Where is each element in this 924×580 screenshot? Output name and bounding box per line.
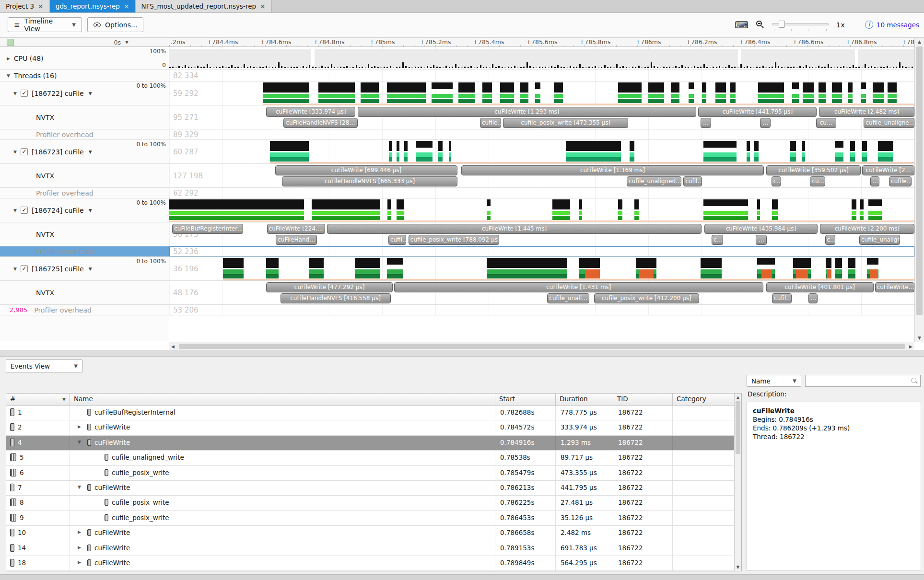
scroll-left-icon[interactable]: ◀ [171, 344, 175, 349]
thread-menu-icon[interactable]: ▼ [89, 91, 92, 96]
nvtx-range-span[interactable]: … [870, 176, 879, 186]
nvtx-range-span[interactable]: cuFileHandleNVFS [416.558 µs] [281, 293, 391, 303]
row-track[interactable]: 59 292 [169, 81, 914, 105]
nvtx-range-span[interactable]: … [701, 118, 711, 128]
row-track[interactable]: 62 292 [169, 188, 914, 198]
timeline-horizontal-scrollbar[interactable]: ◀ ▶ [169, 342, 914, 350]
keyboard-shortcuts-icon[interactable]: ⌨ [735, 19, 749, 31]
expand-icon[interactable]: ▶ [78, 424, 81, 429]
nvtx-range-span[interactable]: cufil… [683, 176, 702, 186]
table-row[interactable]: 18▶cuFileWrite0.789849s564.295 µs186722 [6, 556, 741, 571]
row-label-cell[interactable]: ▼✓[186725] cuFile▼ [0, 257, 129, 280]
table-row[interactable]: 8cufile_posix_write0.786225s27.481 µs186… [6, 496, 741, 510]
nvtx-range-span[interactable]: cuFileWrite [441.795 µs] [698, 107, 817, 117]
events-vscroll-thumb[interactable] [736, 401, 740, 454]
nvtx-range-span[interactable]: cufile_unaligned… [627, 176, 681, 186]
expand-icon[interactable]: ▶ [78, 560, 81, 565]
scroll-down-icon[interactable]: ▼ [735, 565, 741, 569]
row-label-cell[interactable]: NVTX [0, 222, 129, 246]
tab-3[interactable]: NFS_most_updated_report.nsys-rep× [136, 0, 272, 12]
nvtx-range-span[interactable]: cufile… [480, 118, 501, 128]
tab-1[interactable]: Project 3× [0, 0, 50, 12]
row-track[interactable]: 89 329 [169, 129, 914, 139]
nvtx-range-span[interactable]: cuFileWrite [1.431 ms] [394, 282, 763, 292]
row-track[interactable]: 48 176cuFileWrite [477.292 µs]cuFileWrit… [169, 281, 914, 304]
nvtx-range-span[interactable]: … [808, 293, 818, 303]
thread-checkbox[interactable]: ✓ [21, 265, 28, 272]
sort-icon[interactable]: ▼ [62, 397, 66, 402]
row-label-cell[interactable]: Profiler overhead [0, 246, 129, 256]
table-row[interactable]: 10▶cuFileWrite0.786658s2.482 ms186722 [6, 526, 741, 541]
row-track[interactable]: 53 206 [169, 305, 914, 315]
close-icon[interactable]: × [260, 3, 266, 10]
nvtx-range-span[interactable]: cuFileWrite [477.292 µs] [266, 282, 393, 292]
nvtx-range-span[interactable]: cufile_unaligne… [859, 235, 900, 245]
expand-icon[interactable]: ▶ [7, 56, 10, 61]
nvtx-range-span[interactable]: cuFileHandleNVFS [665.333 µs] [282, 176, 458, 186]
events-view-dropdown[interactable]: Events View ▼ [6, 360, 82, 372]
collapse-icon[interactable]: ▼ [78, 485, 81, 489]
nvtx-range-span[interactable]: c… [712, 235, 723, 245]
filter-field-dropdown[interactable]: Name ▼ [747, 375, 801, 387]
row-label-cell[interactable]: 2,985Profiler overhead [0, 305, 129, 315]
scroll-down-icon[interactable]: ▼ [915, 336, 924, 340]
row-label-cell[interactable]: ▼✓[186723] cuFile▼ [0, 140, 129, 163]
nvtx-range-span[interactable]: cuFileWrite [2… [862, 165, 914, 175]
table-row[interactable]: 7▼cuFileWrite0.786213s441.795 µs186722 [6, 481, 741, 496]
nvtx-range-span[interactable]: c… [772, 176, 781, 186]
row-label-cell[interactable]: ▼✓[186724] cuFile▼ [0, 198, 129, 222]
nvtx-range-span[interactable]: … [756, 235, 767, 245]
nvtx-range-span[interactable]: c… [825, 235, 836, 245]
expand-icon[interactable]: ▶ [78, 530, 81, 534]
zoom-out-icon[interactable] [756, 21, 764, 29]
nvtx-range-span[interactable]: cuFileBufRegisterInter… [172, 224, 243, 234]
nvtx-range-span[interactable]: cufil… [388, 235, 406, 245]
row-label-cell[interactable]: ▶CPU (48) [0, 47, 129, 70]
zoom-slider[interactable] [772, 20, 829, 30]
column-header-num[interactable]: #▼ [6, 394, 70, 405]
row-label-cell[interactable]: ▼Threads (16) [0, 70, 129, 81]
table-row[interactable]: 14▶cuFileWrite0.789153s691.783 µs186722 [6, 541, 741, 556]
view-selector-dropdown[interactable]: ≡ Timeline View ▼ [8, 17, 82, 32]
nvtx-range-span[interactable]: cu… [816, 118, 836, 128]
row-label-cell[interactable]: Profiler overhead [0, 129, 129, 139]
collapse-icon[interactable]: ▼ [13, 150, 17, 154]
row-track[interactable]: 52 236 [169, 246, 914, 256]
nvtx-range-span[interactable]: cuFileHand… [276, 235, 316, 245]
collapse-icon[interactable]: ▼ [13, 208, 17, 213]
timeline-vscroll-thumb[interactable] [916, 46, 923, 315]
tab-2[interactable]: gds_report.nsys-rep× [50, 0, 136, 12]
thread-menu-icon[interactable]: ▼ [89, 267, 92, 271]
thread-menu-icon[interactable]: ▼ [89, 150, 92, 154]
nvtx-range-span[interactable]: cufile_unali… [547, 293, 590, 303]
column-header-start[interactable]: Start [495, 394, 556, 405]
table-row[interactable]: 9cufile_posix_write0.786453s35.126 µs186… [6, 511, 741, 526]
row-track[interactable]: 127 198cuFileWrite [699.446 µs]cuFileWri… [169, 164, 914, 187]
nvtx-range-span[interactable]: cuFileHandleNVFS [28… [283, 118, 358, 128]
nvtx-range-span[interactable]: cufile_unaligne… [864, 118, 914, 128]
collapse-icon[interactable]: ▼ [13, 91, 17, 96]
nvtx-range-span[interactable]: cufile… [889, 176, 912, 186]
row-label-cell[interactable]: NVTX [0, 105, 129, 129]
nvtx-range-span[interactable]: cuFileWrite [359.502 µs] [766, 165, 861, 175]
nvtx-range-span[interactable]: cufile_posix_write [788.092 µs] [409, 235, 500, 245]
row-label-cell[interactable]: NVTX [0, 164, 129, 187]
row-track[interactable]: 60 287 [169, 140, 914, 163]
nvtx-range-span[interactable]: cu… [810, 176, 825, 186]
expand-icon[interactable]: ▶ [78, 545, 81, 550]
row-track[interactable]: 82 334 [169, 70, 914, 81]
panel-splitter[interactable] [0, 350, 924, 357]
row-track[interactable]: 31 189 [169, 47, 914, 70]
row-label-cell[interactable]: ▼✓[186722] cuFile▼ [0, 81, 129, 105]
nvtx-range-span[interactable]: cuFileWrite [1.169 ms] [461, 165, 764, 175]
timeline-vertical-scrollbar[interactable]: ▲ ▼ [914, 38, 924, 342]
close-icon[interactable]: × [124, 3, 129, 10]
nvtx-range-span[interactable]: … [760, 118, 771, 128]
close-icon[interactable]: × [38, 3, 44, 10]
thread-checkbox[interactable]: ✓ [21, 90, 28, 97]
scroll-right-icon[interactable]: ▶ [909, 344, 912, 349]
row-track[interactable]: 36 175cuFileBufRegisterInter…cuFileWrite… [169, 222, 914, 246]
table-row[interactable]: 4▼cuFileWrite0.784916s1.293 ms186722 [6, 436, 741, 451]
nvtx-range-span[interactable]: cuFileWrite [401.801 µs] [766, 282, 874, 292]
nvtx-range-span[interactable]: cuFileWrite… [875, 282, 914, 292]
